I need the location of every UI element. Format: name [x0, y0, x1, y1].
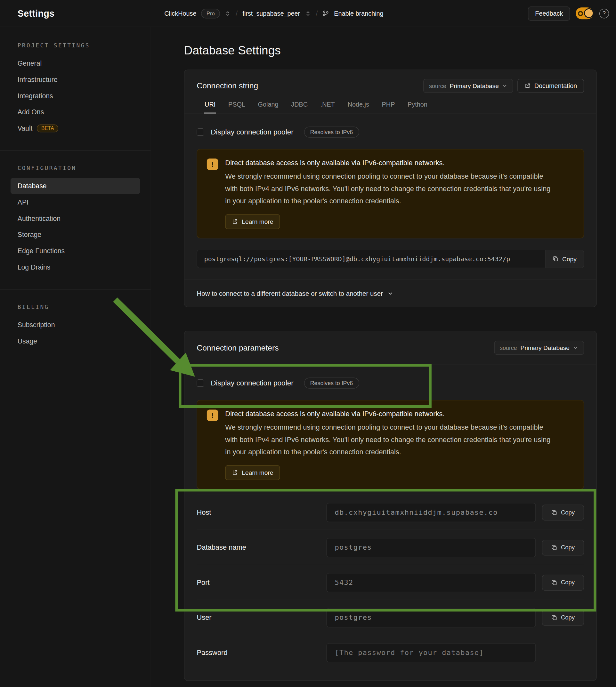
git-branch-icon [323, 10, 329, 17]
param-label: Host [197, 508, 320, 516]
external-link-icon [232, 219, 238, 225]
chevron-down-icon [388, 290, 394, 296]
sidebar-item-label: Vault [18, 124, 32, 132]
copy-label: Copy [561, 544, 575, 551]
param-label: Port [197, 578, 320, 586]
breadcrumb: ClickHouse Pro / first_supabase_peer / E… [164, 9, 383, 18]
plan-badge: Pro [201, 9, 220, 18]
chevron-up-down-icon[interactable] [305, 10, 311, 16]
source-select[interactable]: source Primary Database [423, 79, 513, 93]
sidebar-item-log-drains[interactable]: Log Drains [10, 259, 140, 275]
sidebar-item-infrastructure[interactable]: Infrastructure [10, 71, 140, 88]
copy-icon [551, 544, 557, 550]
connection-parameters-body: Display connection pooler Resolves to IP… [184, 365, 596, 680]
tab-nodejs[interactable]: Node.js [347, 98, 370, 114]
connection-parameters-card: Connection parameters source Primary Dat… [184, 331, 597, 681]
tab-uri[interactable]: URI [204, 98, 216, 114]
documentation-button[interactable]: Documentation [518, 79, 584, 93]
external-link-icon [232, 470, 238, 476]
source-label: source [429, 83, 446, 89]
copy-icon [553, 256, 559, 262]
connection-uri-input[interactable]: postgresql://postgres:[YOUR-PASSWORD]@db… [197, 250, 584, 268]
source-select[interactable]: source Primary Database [494, 341, 584, 355]
tab-jdbc[interactable]: JDBC [291, 98, 308, 114]
param-row-port: Port 5432 Copy [197, 565, 584, 600]
connection-string-card: Connection string source Primary Databas… [184, 70, 597, 307]
account-avatar[interactable] [576, 7, 593, 19]
sidebar-item-database[interactable]: Database [10, 178, 140, 194]
sidebar-item-vault[interactable]: Vault BETA [10, 120, 140, 136]
help-icon[interactable]: ? [599, 9, 609, 18]
learn-more-button[interactable]: Learn more [225, 465, 280, 480]
breadcrumb-project[interactable]: first_supabase_peer [242, 10, 300, 17]
tab-python[interactable]: Python [407, 98, 428, 114]
password-input[interactable]: [The password for your database] [326, 643, 536, 662]
copy-user-button[interactable]: Copy [542, 610, 584, 625]
alert-icon: ! [207, 158, 218, 170]
tab-dotnet[interactable]: .NET [320, 98, 335, 114]
section-label: CONFIGURATION [18, 165, 133, 172]
copy-host-button[interactable]: Copy [542, 505, 584, 520]
ipv6-warning-panel: ! Direct database access is only availab… [197, 400, 584, 489]
display-connection-pooler-checkbox[interactable] [197, 128, 204, 135]
source-value: Primary Database [450, 82, 499, 89]
source-label: source [500, 345, 517, 351]
port-input[interactable]: 5432 [326, 573, 536, 592]
learn-more-button[interactable]: Learn more [225, 214, 280, 229]
copy-database-name-button[interactable]: Copy [542, 539, 584, 555]
user-input[interactable]: postgres [326, 608, 536, 627]
feedback-button[interactable]: Feedback [528, 6, 570, 21]
tab-php[interactable]: PHP [381, 98, 395, 114]
sidebar-item-authentication[interactable]: Authentication [10, 210, 140, 227]
header-actions: source Primary Database Documentation [423, 79, 584, 93]
connection-string-body: Display connection pooler Resolves to IP… [184, 114, 596, 280]
sidebar-item-usage[interactable]: Usage [10, 333, 140, 349]
section-label: PROJECT SETTINGS [18, 42, 133, 49]
copy-label: Copy [561, 579, 575, 586]
sidebar-item-edge-functions[interactable]: Edge Functions [10, 243, 140, 259]
connect-help-toggle[interactable]: How to connect to a different database o… [184, 280, 596, 307]
breadcrumb-separator: / [236, 9, 238, 17]
learn-more-label: Learn more [242, 469, 273, 477]
tab-golang[interactable]: Golang [258, 98, 279, 114]
param-row-database-name: Database name postgres Copy [197, 530, 584, 564]
database-name-input[interactable]: postgres [326, 538, 536, 557]
sidebar-item-add-ons[interactable]: Add Ons [10, 104, 140, 120]
copy-port-button[interactable]: Copy [542, 575, 584, 590]
warning-content: Direct database access is only available… [225, 158, 557, 229]
display-connection-pooler-checkbox[interactable] [197, 379, 204, 386]
top-bar: Settings ClickHouse Pro / first_supabase… [0, 0, 616, 27]
page-title: Database Settings [184, 44, 616, 57]
host-input[interactable]: db.cxhygiuitamxhniiddjm.supabase.co [326, 503, 536, 522]
sidebar-item-storage[interactable]: Storage [10, 226, 140, 243]
sidebar-item-subscription[interactable]: Subscription [10, 317, 140, 333]
copy-uri-button[interactable]: Copy [545, 250, 584, 268]
documentation-label: Documentation [534, 82, 577, 89]
pooler-label: Display connection pooler [211, 379, 293, 387]
avatar-glyph [578, 11, 583, 16]
breadcrumb-separator: / [316, 9, 317, 17]
chevron-down-icon [573, 345, 578, 350]
copy-label: Copy [561, 509, 575, 516]
sidebar-item-integrations[interactable]: Integrations [10, 88, 140, 104]
warning-title: Direct database access is only available… [225, 409, 557, 419]
sidebar-item-api[interactable]: API [10, 194, 140, 210]
avatar-overlap-icon [584, 8, 594, 18]
sidebar-item-general[interactable]: General [10, 55, 140, 71]
resolves-ipv6-badge: Resolves to IPv6 [304, 127, 359, 137]
chevron-up-down-icon[interactable] [225, 10, 231, 16]
param-label: Database name [197, 544, 320, 552]
main-content: Database Settings Connection string sour… [151, 27, 616, 687]
uri-row: postgresql://postgres:[YOUR-PASSWORD]@db… [197, 250, 584, 268]
enable-branching-button[interactable]: Enable branching [334, 10, 383, 17]
source-value: Primary Database [521, 345, 570, 352]
tab-psql[interactable]: PSQL [228, 98, 246, 114]
param-label: User [197, 613, 320, 621]
pooler-label: Display connection pooler [211, 128, 293, 136]
param-row-user: User postgres Copy [197, 600, 584, 635]
settings-page: Settings ClickHouse Pro / first_supabase… [0, 0, 616, 687]
copy-icon [551, 509, 557, 515]
parameters-list: Host db.cxhygiuitamxhniiddjm.supabase.co… [197, 494, 584, 670]
breadcrumb-org[interactable]: ClickHouse [164, 10, 196, 17]
alert-icon: ! [207, 409, 218, 421]
